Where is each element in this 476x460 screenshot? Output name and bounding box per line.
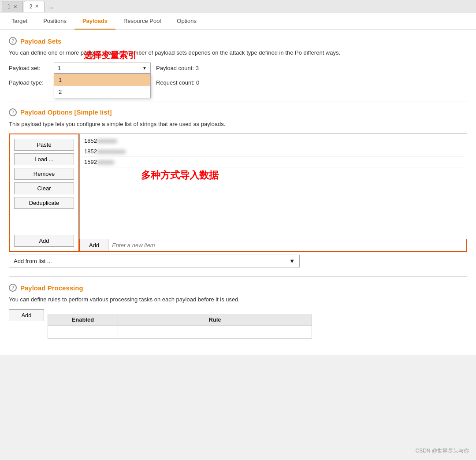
payload-options-title: Payload Options [Simple list]: [20, 108, 112, 116]
add-item-input[interactable]: [108, 239, 466, 251]
remove-button[interactable]: Remove: [14, 168, 74, 180]
dropdown-option-2[interactable]: 2: [54, 86, 150, 98]
clear-button[interactable]: Clear: [14, 182, 74, 194]
payload-sets-help-icon[interactable]: ?: [9, 37, 17, 45]
dropdown-option-1[interactable]: 1: [54, 74, 150, 86]
payload-type-label: Payload type:: [9, 79, 48, 86]
add-item-row: Add: [79, 239, 467, 252]
add-item-button[interactable]: Add: [80, 239, 108, 251]
payload-processing-section: ? Payload Processing You can define rule…: [9, 284, 467, 339]
payload-count-label: Payload count: 3: [156, 65, 199, 71]
payload-processing-desc: You can define rules to perform various …: [9, 295, 467, 304]
add-from-list-dropdown[interactable]: Add from list ... ▼: [9, 255, 300, 267]
chevron-down-icon: ▼: [289, 258, 295, 264]
col-rule: Rule: [118, 314, 312, 325]
nav-tab-resource-pool[interactable]: Resource Pool: [115, 13, 169, 30]
payload-sets-title: Payload Sets: [20, 37, 61, 45]
nav-tab-target[interactable]: Target: [4, 13, 35, 30]
list-item[interactable]: 1852xxxxxxx: [82, 136, 465, 146]
tab-bar: 1 ✕ 2 ✕ ...: [0, 0, 476, 13]
payload-list-area[interactable]: 1852xxxxxxx 1852xxxxxxxxxx 1592xxxxxx: [79, 134, 467, 239]
list-item[interactable]: 1852xxxxxxxxxx: [82, 146, 465, 157]
payload-set-dropdown-popup: 1 2: [54, 74, 151, 98]
payload-set-dropdown[interactable]: 1 ▼: [54, 63, 151, 74]
tab-2-close[interactable]: ✕: [35, 4, 39, 9]
nav-tab-positions[interactable]: Positions: [35, 13, 74, 30]
add-button[interactable]: Add: [14, 235, 74, 247]
payload-set-label: Payload set:: [9, 65, 48, 71]
payload-sets-desc: You can define one or more payload sets.…: [9, 48, 467, 57]
payload-set-row: Payload set: 1 ▼ 1 2 Payload count: 3: [9, 63, 199, 74]
payload-processing-title: Payload Processing: [20, 284, 83, 292]
processing-table: Enabled Rule: [48, 314, 312, 339]
tab-1-close[interactable]: ✕: [13, 4, 17, 10]
tab-more[interactable]: ...: [45, 2, 57, 11]
tab-1[interactable]: 1 ✕: [2, 1, 23, 12]
payload-options-help-icon[interactable]: ?: [9, 108, 17, 116]
nav-tabs: Target Positions Payloads Resource Pool …: [0, 13, 476, 30]
payload-processing-help-icon[interactable]: ?: [9, 284, 17, 292]
processing-add-button[interactable]: Add: [9, 309, 44, 321]
list-item[interactable]: 1592xxxxxx: [82, 157, 465, 167]
payload-sets-section: ? Payload Sets You can define one or mor…: [9, 37, 467, 92]
table-row: [48, 325, 312, 338]
payload-options-desc: This payload type lets you configure a s…: [9, 120, 467, 129]
section-divider-1: [9, 101, 467, 101]
load-button[interactable]: Load ...: [14, 153, 74, 165]
side-buttons-container: Paste Load ... Remove Clear Deduplicate …: [9, 134, 79, 252]
nav-tab-options[interactable]: Options: [169, 13, 205, 30]
payload-sets-header: ? Payload Sets: [9, 37, 467, 45]
payload-options-section: ? Payload Options [Simple list] This pay…: [9, 108, 467, 268]
request-count-label: Request count: 0: [156, 79, 199, 86]
tab-2[interactable]: 2 ✕: [24, 1, 45, 12]
payload-set-dropdown-wrap: 1 ▼ 1 2: [54, 63, 151, 74]
main-content: ? Payload Sets You can define one or mor…: [0, 30, 476, 355]
col-enabled: Enabled: [48, 314, 118, 325]
section-divider-2: [9, 276, 467, 277]
deduplicate-button[interactable]: Deduplicate: [14, 197, 74, 209]
nav-tab-payloads[interactable]: Payloads: [74, 13, 115, 30]
payload-options-header: ? Payload Options [Simple list]: [9, 108, 467, 116]
paste-button[interactable]: Paste: [14, 139, 74, 151]
chevron-down-icon: ▼: [142, 66, 147, 70]
payload-processing-header: ? Payload Processing: [9, 284, 467, 292]
